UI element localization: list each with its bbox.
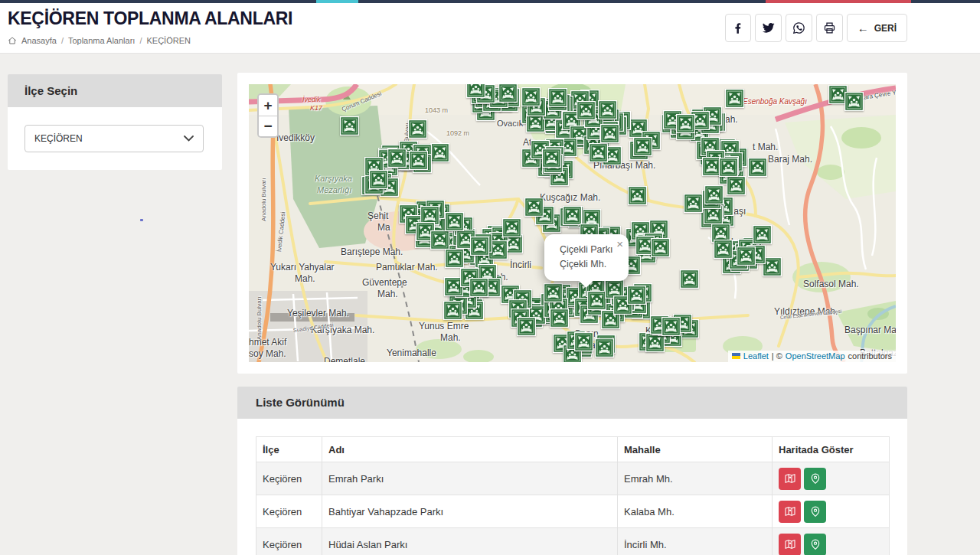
map-attribution: Leaflet | © OpenStreetMap contributors: [728, 351, 896, 362]
assembly-area-marker[interactable]: [409, 151, 428, 170]
assembly-area-marker[interactable]: [651, 238, 670, 257]
breadcrumb-home-link[interactable]: Anasayfa: [21, 36, 57, 45]
district-select[interactable]: KEÇİÖREN: [24, 125, 204, 152]
assembly-area-marker[interactable]: [443, 301, 462, 320]
cell-actions: [773, 495, 890, 528]
assembly-area-marker[interactable]: [430, 143, 449, 162]
home-icon: [8, 36, 17, 45]
table-row: KeçiörenEmrah ParkıEmrah Mh.: [256, 462, 890, 495]
assembly-area-marker[interactable]: [627, 286, 646, 305]
assembly-area-marker[interactable]: [725, 89, 744, 108]
assembly-area-marker[interactable]: [502, 218, 521, 237]
assembly-area-marker[interactable]: [684, 194, 703, 213]
openstreetmap-link[interactable]: OpenStreetMap: [786, 351, 845, 361]
assembly-area-marker[interactable]: [521, 87, 541, 106]
column-header: Mahalle: [618, 437, 773, 462]
top-accent-bar: [0, 0, 980, 3]
cell-adi: Emrah Parkı: [322, 462, 618, 495]
assembly-area-marker[interactable]: [628, 186, 647, 205]
zoom-in-button[interactable]: +: [259, 95, 277, 116]
top-accent-segment: [766, 0, 912, 3]
whatsapp-share-button[interactable]: [786, 14, 812, 42]
page-header: KEÇİÖREN TOPLANMA ALANLARI Anasayfa / To…: [0, 3, 980, 54]
cell-mahalle: Emrah Mh.: [618, 462, 773, 495]
facebook-share-button[interactable]: [725, 14, 751, 42]
top-accent-segment: [911, 0, 980, 3]
assembly-area-marker[interactable]: [544, 283, 563, 302]
ukraine-flag-icon: [732, 353, 740, 359]
assembly-area-marker[interactable]: [498, 84, 518, 103]
assembly-area-marker[interactable]: [676, 114, 695, 133]
assembly-area-marker[interactable]: [595, 338, 614, 357]
breadcrumb-current: KEÇİÖREN: [146, 36, 190, 45]
assembly-area-marker[interactable]: [563, 206, 582, 225]
assembly-area-marker[interactable]: [753, 225, 772, 244]
assembly-area-marker[interactable]: [600, 124, 619, 143]
list-section-title: Liste Görünümü: [237, 387, 907, 419]
show-on-map-button[interactable]: [779, 534, 801, 555]
popup-close-button[interactable]: ×: [616, 238, 623, 250]
assembly-area-marker[interactable]: [727, 176, 746, 195]
assembly-area-marker[interactable]: [574, 332, 593, 351]
assembly-area-marker[interactable]: [445, 212, 464, 231]
top-accent-segment: [316, 0, 358, 3]
back-button[interactable]: ← GERİ: [847, 14, 907, 42]
assembly-area-marker[interactable]: [550, 309, 569, 328]
assembly-area-marker[interactable]: [542, 149, 561, 168]
map[interactable]: İvedikK17İvedikköyKarşıyakaMezarlığı1043…: [249, 84, 896, 362]
assembly-area-marker[interactable]: [633, 137, 652, 156]
leaflet-link[interactable]: Leaflet: [743, 351, 769, 361]
twitter-icon: [762, 21, 775, 34]
assembly-area-marker[interactable]: [748, 158, 767, 177]
assembly-area-marker[interactable]: [340, 116, 359, 135]
popup-neighborhood: Çiçekli Mh.: [560, 257, 622, 272]
show-location-button[interactable]: [804, 534, 826, 555]
cell-mahalle: İncirli Mh.: [618, 528, 773, 555]
table-row: KeçiörenBahtiyar Vahapzade ParkıKalaba M…: [256, 495, 890, 528]
assembly-area-marker[interactable]: [517, 317, 536, 336]
breadcrumb: Anasayfa / Toplanma Alanları / KEÇİÖREN: [8, 36, 191, 45]
attribution-suffix: contributors: [848, 351, 892, 361]
whatsapp-icon: [792, 21, 805, 34]
assembly-area-marker[interactable]: [587, 291, 606, 310]
district-panel-body: KEÇİÖREN: [8, 107, 222, 170]
show-on-map-button[interactable]: [779, 501, 801, 523]
column-header: Adı: [322, 437, 618, 462]
zoom-out-button[interactable]: −: [259, 116, 277, 136]
table-row: KeçiörenHüdai Aslan Parkıİncirli Mh.: [256, 528, 890, 555]
assembly-area-marker[interactable]: [524, 198, 544, 217]
show-location-button[interactable]: [804, 468, 826, 490]
assembly-area-marker[interactable]: [589, 143, 608, 162]
assembly-area-marker[interactable]: [408, 119, 427, 139]
assembly-area-marker[interactable]: [662, 317, 681, 336]
assembly-area-marker[interactable]: [737, 246, 756, 266]
breadcrumb-separator: /: [139, 36, 142, 45]
assembly-area-marker[interactable]: [369, 170, 388, 189]
assembly-area-marker[interactable]: [548, 88, 567, 107]
breadcrumb-section-link[interactable]: Toplanma Alanları: [68, 36, 135, 45]
show-location-button[interactable]: [804, 501, 826, 523]
map-popup: Çiçekli Parkı Çiçekli Mh. ×: [544, 234, 629, 281]
column-header: İlçe: [256, 437, 322, 462]
assembly-area-marker[interactable]: [844, 92, 864, 111]
assembly-area-marker[interactable]: [445, 249, 464, 268]
twitter-share-button[interactable]: [755, 14, 782, 42]
assembly-area-marker[interactable]: [704, 185, 724, 204]
assembly-area-marker[interactable]: [430, 230, 449, 250]
assembly-area-marker[interactable]: [719, 158, 738, 177]
print-button[interactable]: [816, 14, 843, 42]
back-button-label: GERİ: [874, 23, 897, 34]
assembly-area-marker[interactable]: [598, 100, 617, 119]
assembly-area-marker[interactable]: [387, 149, 407, 168]
assembly-area-marker[interactable]: [466, 84, 485, 98]
map-zoom-control: + −: [257, 93, 279, 138]
assembly-area-marker[interactable]: [577, 101, 596, 120]
map-markers: [249, 84, 896, 362]
show-on-map-button[interactable]: [779, 468, 801, 490]
assembly-area-marker[interactable]: [470, 237, 489, 256]
printer-icon: [823, 21, 836, 34]
assembly-area-marker[interactable]: [469, 278, 488, 297]
attribution-separator: | ©: [772, 351, 782, 361]
assembly-area-marker[interactable]: [714, 240, 733, 259]
assembly-area-marker[interactable]: [680, 269, 699, 289]
